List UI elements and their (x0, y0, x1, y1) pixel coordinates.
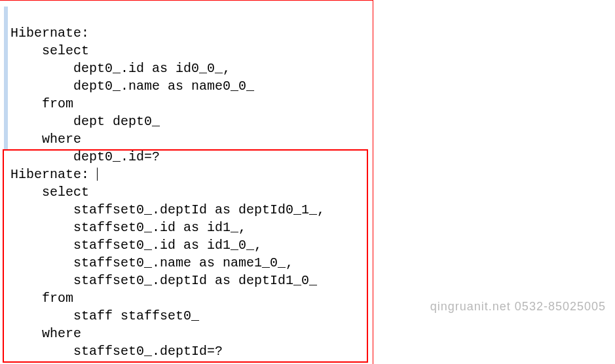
b2-l3: staffset0_.id as id1_0_, (10, 238, 262, 253)
b1-l0: select (10, 43, 89, 58)
b2-l9: staffset0_.deptId=? (10, 344, 223, 359)
b2-l6: from (10, 291, 73, 306)
b1-l3: from (10, 96, 73, 111)
b2-l7: staff staffset0_ (10, 308, 199, 323)
hibernate-label-1: Hibernate: (10, 26, 89, 41)
b2-l5: staffset0_.deptId as deptId1_0_ (10, 273, 317, 288)
b2-l8: where (10, 326, 81, 341)
b1-l6: dept0_.id=? (10, 149, 160, 164)
b2-l2: staffset0_.id as id1_, (10, 220, 246, 235)
b2-l4: staffset0_.name as name1_0_, (10, 255, 293, 270)
b1-l2: dept0_.name as name0_0_ (10, 79, 254, 94)
sql-block-1: Hibernate: select dept0_.id as id0_0_, d… (10, 24, 325, 166)
hibernate-label-2: Hibernate: (10, 167, 89, 182)
code-block: Hibernate: select dept0_.id as id0_0_, d… (10, 7, 325, 360)
sql-block-2: Hibernate: select staffset0_.deptId as d… (10, 166, 325, 360)
b1-l1: dept0_.id as id0_0_, (10, 61, 231, 76)
watermark-text: qingruanit.net 0532-85025005 (430, 298, 606, 316)
b1-l4: dept dept0_ (10, 114, 160, 129)
b1-l5: where (10, 132, 81, 147)
b2-l0: select (10, 185, 89, 200)
selection-highlight (4, 7, 8, 149)
b2-l1: staffset0_.deptId as deptId0_1_, (10, 202, 325, 217)
text-cursor (97, 168, 98, 181)
